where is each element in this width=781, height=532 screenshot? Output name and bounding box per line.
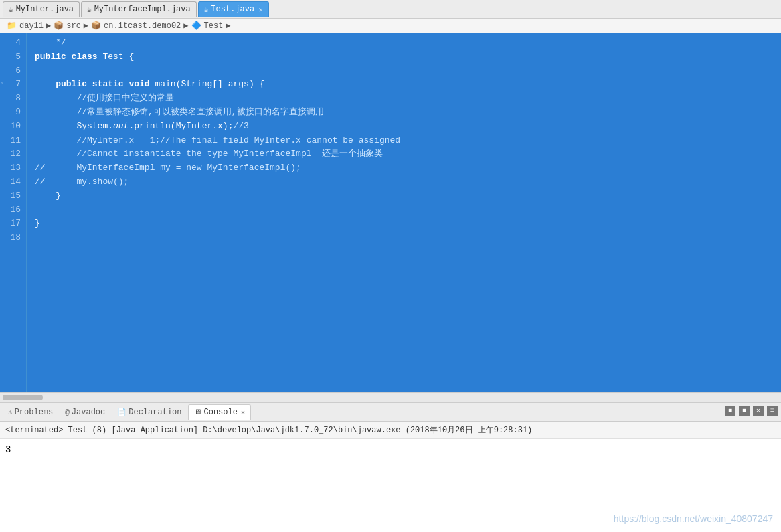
java-file-icon-2: ☕	[87, 5, 92, 14]
code-editor[interactable]: 4 5 6 7◦ 8 9 10 11 12 13 14 15 16 17 18 …	[0, 33, 781, 392]
java-file-icon-3: ☕	[204, 5, 209, 14]
declaration-icon: 📄	[117, 408, 126, 416]
breadcrumb-folder-icon: 📁	[7, 21, 17, 31]
tab-test-close[interactable]: ✕	[258, 5, 263, 14]
console-output-text: 3	[5, 444, 11, 455]
console-icon: 🖥	[194, 408, 201, 416]
breadcrumb-day11[interactable]: day11	[19, 21, 44, 31]
tab-console[interactable]: 🖥 Console ✕	[188, 404, 250, 420]
breadcrumb-class-icon: 🔷	[191, 21, 201, 31]
breadcrumb-pkg-icon2: 📦	[91, 21, 101, 31]
scrollbar-thumb[interactable]	[3, 395, 43, 400]
tab-test-label: Test.java	[211, 5, 254, 14]
problems-icon: ⚠	[8, 408, 13, 416]
tab-myinter[interactable]: ☕ MyInter.java	[3, 1, 80, 17]
tab-myinter-label: MyInter.java	[16, 5, 74, 14]
tab-problems[interactable]: ⚠ Problems	[3, 404, 58, 420]
console-header-text: <terminated> Test (8) [Java Application]…	[5, 426, 532, 435]
maximize-button[interactable]: ■	[739, 406, 750, 416]
tab-declaration-label: Declaration	[128, 408, 181, 417]
tab-javadoc[interactable]: @ Javadoc	[60, 404, 110, 420]
breadcrumb-sep1: ▶	[46, 21, 51, 31]
tab-javadoc-label: Javadoc	[72, 408, 105, 417]
code-text[interactable]: */ public class Test { public static voi…	[27, 33, 781, 392]
bottom-panel: ⚠ Problems @ Javadoc 📄 Declaration 🖥 Con…	[0, 402, 781, 532]
close-panel-button[interactable]: ✕	[753, 406, 764, 416]
line-numbers: 4 5 6 7◦ 8 9 10 11 12 13 14 15 16 17 18	[0, 33, 27, 392]
editor-tab-bar: ☕ MyInter.java ☕ MyInterfaceImpl.java ☕ …	[0, 0, 781, 19]
tab-test[interactable]: ☕ Test.java ✕	[198, 1, 269, 17]
breadcrumb-sep3: ▶	[183, 21, 188, 31]
breadcrumb-class[interactable]: Test	[204, 21, 224, 31]
breadcrumb-pkg-icon: 📦	[54, 21, 64, 31]
breadcrumb-sep2: ▶	[84, 21, 88, 31]
tab-console-close[interactable]: ✕	[241, 408, 245, 416]
minimize-button[interactable]: ■	[725, 406, 735, 416]
console-output: 3	[0, 439, 781, 532]
horizontal-scrollbar[interactable]	[0, 392, 781, 402]
tab-myinterfaceimpl[interactable]: ☕ MyInterfaceImpl.java	[81, 1, 197, 17]
tab-console-label: Console	[203, 408, 237, 417]
ide-window: ☕ MyInter.java ☕ MyInterfaceImpl.java ☕ …	[0, 0, 781, 532]
breadcrumb: 📁 day11 ▶ 📦 src ▶ 📦 cn.itcast.demo02 ▶ 🔷…	[0, 19, 781, 33]
tab-declaration[interactable]: 📄 Declaration	[112, 404, 187, 420]
javadoc-icon: @	[65, 408, 70, 416]
tab-problems-label: Problems	[15, 408, 54, 417]
console-header: <terminated> Test (8) [Java Application]…	[0, 422, 781, 439]
java-file-icon: ☕	[9, 5, 13, 14]
breadcrumb-src[interactable]: src	[66, 21, 81, 31]
bottom-tab-bar: ⚠ Problems @ Javadoc 📄 Declaration 🖥 Con…	[0, 403, 781, 422]
breadcrumb-pkg[interactable]: cn.itcast.demo02	[104, 21, 181, 31]
menu-button[interactable]: ≡	[767, 406, 778, 416]
tab-myinterfaceimpl-label: MyInterfaceImpl.java	[94, 5, 191, 14]
panel-toolbar: ■ ■ ✕ ≡	[724, 406, 778, 416]
breadcrumb-sep4: ▶	[226, 21, 230, 31]
